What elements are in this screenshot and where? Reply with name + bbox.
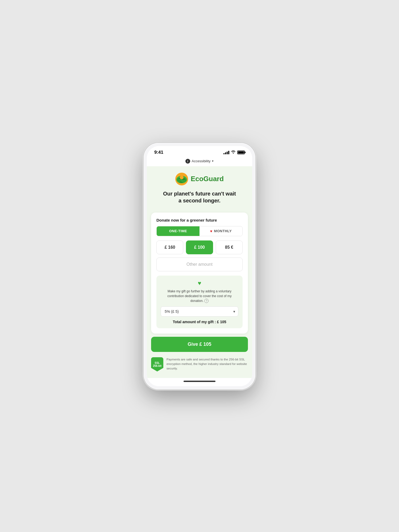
card-title: Donate now for a greener future [156,218,243,222]
frequency-tabs: ONE-TIME ♥ MONTHLY [156,226,243,236]
home-bar [184,381,215,382]
contribution-box: ♥ Make my gift go further by adding a vo… [156,276,243,328]
ssl-description: Payments are safe and secured thanks to … [167,357,248,371]
accessibility-label: Accessibility [192,159,211,163]
donation-card: Donate now for a greener future ONE-TIME… [151,213,248,334]
phone-frame: 9:41 [144,143,255,389]
ssl-badge-text: SSL 256-bit [153,361,161,367]
contribution-select[interactable]: 0% 5% (£ 5) 10% (£ 10) 15% (£ 15) [161,306,238,317]
status-icons [223,150,245,155]
ssl-section: SSL 256-bit Payments are safe and secure… [147,355,252,378]
tab-monthly[interactable]: ♥ MONTHLY [200,226,242,236]
heart-green-icon: ♥ [161,280,238,287]
other-amount-input[interactable]: Other amount [156,257,243,271]
total-amount: Total amount of my gift : £ 105 [161,320,238,324]
volume-down-button [140,209,141,225]
battery-icon [237,151,245,154]
ssl-badge: SSL 256-bit [151,357,163,372]
wifi-icon [231,150,236,155]
phone-mockup: 9:41 [144,143,255,389]
amount-button-160[interactable]: £ 160 [156,240,183,254]
tab-one-time[interactable]: ONE-TIME [157,226,200,236]
power-button [258,193,259,215]
status-bar: 9:41 [147,146,252,157]
amount-button-100[interactable]: £ 100 [186,240,213,254]
chevron-down-icon: ▾ [212,159,214,163]
contribution-select-wrapper: 0% 5% (£ 5) 10% (£ 10) 15% (£ 15) ▾ [161,306,238,317]
logo-icon [175,173,188,185]
status-time: 9:41 [154,150,163,155]
app-content: EcoGuard Our planet's future can't wait … [147,166,252,378]
help-icon[interactable]: ? [204,299,209,303]
phone-screen: 9:41 [147,146,252,386]
amount-button-85[interactable]: 85 € [216,240,243,254]
accessibility-bar[interactable]: i Accessibility ▾ [147,157,252,166]
amount-grid: £ 160 £ 100 85 € [156,240,243,254]
give-button[interactable]: Give £ 105 [151,337,248,352]
headline: Our planet's future can't wait a second … [162,190,237,204]
svg-point-3 [180,176,184,179]
logo-text: EcoGuard [191,175,224,183]
heart-red-icon: ♥ [210,229,213,233]
accessibility-icon: i [185,159,190,164]
contribution-text: Make my gift go further by adding a volu… [161,289,238,303]
signal-icon [223,151,229,154]
app-header: EcoGuard Our planet's future can't wait … [147,166,252,209]
volume-silent-button [140,177,141,186]
logo-container: EcoGuard [152,173,247,185]
volume-up-button [140,190,141,206]
home-indicator [147,378,252,386]
